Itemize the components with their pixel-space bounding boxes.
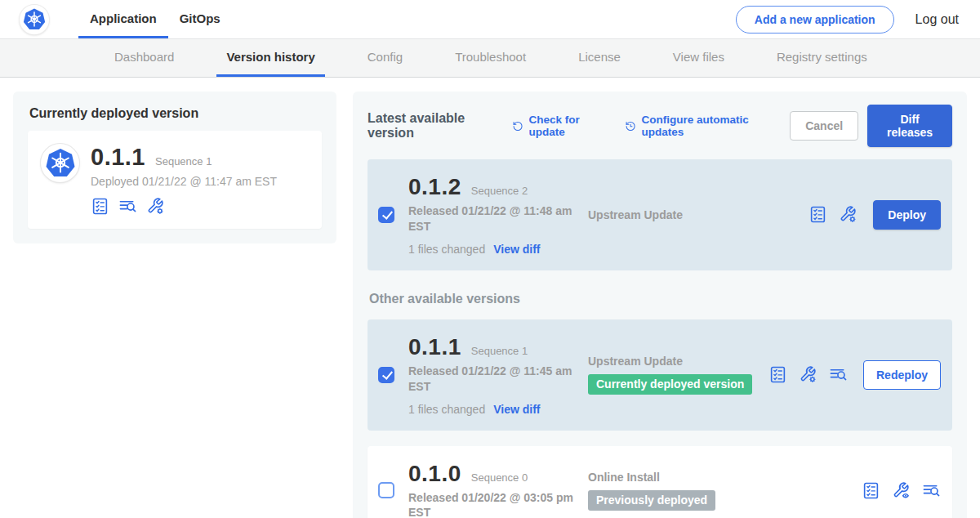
view-config-icon[interactable] xyxy=(892,481,911,500)
app-sub-nav: Dashboard Version history Config Trouble… xyxy=(0,39,980,78)
subnav-dashboard[interactable]: Dashboard xyxy=(105,39,184,77)
edit-config-icon[interactable] xyxy=(799,365,817,384)
deployed-timestamp: Deployed 01/21/22 @ 11:47 am EST xyxy=(91,175,277,188)
files-changed-label: 1 files changed xyxy=(408,403,485,416)
app-icon-circle xyxy=(41,144,79,182)
source-label: Upstream Update xyxy=(588,355,768,368)
subnav-registry-settings[interactable]: Registry settings xyxy=(767,39,877,77)
files-changed-label: 1 files changed xyxy=(408,243,485,256)
released-timestamp: Released 01/21/22 @ 11:48 am EST xyxy=(408,203,578,234)
version-main: 0.1.1 Sequence 1 Released 01/21/22 @ 11:… xyxy=(408,334,588,416)
currently-deployed-card: Currently deployed version 0.1.1 Sequenc… xyxy=(13,92,336,243)
tab-application[interactable]: Application xyxy=(78,0,168,38)
view-files-icon[interactable] xyxy=(922,481,941,500)
scheduled-update-icon xyxy=(625,119,636,133)
view-files-icon[interactable] xyxy=(829,365,848,384)
version-actions: Redeploy xyxy=(768,360,941,390)
latest-version-header: Latest available version Check for updat… xyxy=(368,105,952,147)
version-sequence: Sequence 0 xyxy=(471,471,528,484)
view-diff-link[interactable]: View diff xyxy=(493,243,540,256)
kubernetes-icon xyxy=(22,7,47,32)
source-label: Online Install xyxy=(588,471,862,484)
topnav-spacer xyxy=(232,0,736,38)
preflight-checks-icon[interactable] xyxy=(808,205,827,224)
preflight-checks-icon[interactable] xyxy=(862,481,880,500)
version-number: 0.1.2 xyxy=(408,174,461,200)
version-number: 0.1.1 xyxy=(408,334,461,360)
version-checkbox[interactable] xyxy=(378,482,394,498)
check-for-update-link[interactable]: Check for update xyxy=(512,114,604,138)
version-actions xyxy=(862,481,941,500)
subnav-config[interactable]: Config xyxy=(358,39,412,77)
version-checkbox[interactable] xyxy=(378,207,394,223)
version-row-0-1-2: 0.1.2 Sequence 2 Released 01/21/22 @ 11:… xyxy=(368,159,952,270)
currently-deployed-title: Currently deployed version xyxy=(29,106,322,121)
view-files-icon[interactable] xyxy=(118,197,137,216)
version-actions: Deploy xyxy=(808,200,941,230)
version-source: Upstream Update xyxy=(588,208,808,221)
version-number: 0.1.0 xyxy=(408,461,461,487)
diff-releases-button[interactable]: Diff releases xyxy=(867,105,952,147)
add-application-button[interactable]: Add a new application xyxy=(736,6,894,33)
subnav-license[interactable]: License xyxy=(568,39,630,77)
version-main: 0.1.2 Sequence 2 Released 01/21/22 @ 11:… xyxy=(408,174,588,256)
deployed-version-card: 0.1.1 Sequence 1 Deployed 01/21/22 @ 11:… xyxy=(28,131,322,229)
deployed-version-info: 0.1.1 Sequence 1 Deployed 01/21/22 @ 11:… xyxy=(91,142,277,216)
currently-deployed-badge: Currently deployed version xyxy=(588,374,752,395)
other-versions-title: Other available versions xyxy=(369,292,951,306)
deployed-version-number: 0.1.1 xyxy=(91,144,145,171)
tab-gitops[interactable]: GitOps xyxy=(168,0,232,38)
version-row-0-1-1: 0.1.1 Sequence 1 Released 01/21/22 @ 11:… xyxy=(368,319,952,431)
edit-config-icon[interactable] xyxy=(839,205,858,224)
main-content: Currently deployed version 0.1.1 Sequenc… xyxy=(0,78,980,518)
subnav-view-files[interactable]: View files xyxy=(663,39,734,77)
latest-version-title: Latest available version xyxy=(368,111,491,141)
edit-config-icon[interactable] xyxy=(146,197,165,216)
version-checkbox[interactable] xyxy=(378,367,394,383)
check-for-update-label: Check for update xyxy=(529,114,604,138)
version-history-panel: Latest available version Check for updat… xyxy=(353,92,967,518)
redeploy-button[interactable]: Redeploy xyxy=(863,360,941,390)
subnav-troubleshoot[interactable]: Troubleshoot xyxy=(445,39,536,77)
logout-link[interactable]: Log out xyxy=(915,12,959,27)
version-source: Online Install Previously deployed xyxy=(588,471,862,511)
refresh-icon xyxy=(512,119,523,133)
configure-automatic-updates-link[interactable]: Configure automatic updates xyxy=(625,114,768,138)
top-nav: Application GitOps Add a new application… xyxy=(0,0,980,39)
subnav-version-history[interactable]: Version history xyxy=(216,39,324,77)
released-timestamp: Released 01/21/22 @ 11:45 am EST xyxy=(408,364,578,395)
deployed-version-sequence: Sequence 1 xyxy=(155,155,212,167)
previously-deployed-badge: Previously deployed xyxy=(588,490,715,511)
released-timestamp: Released 01/20/22 @ 03:05 pm EST xyxy=(408,490,578,518)
version-sequence: Sequence 2 xyxy=(471,185,528,197)
kubernetes-icon xyxy=(44,147,77,180)
version-source: Upstream Update Currently deployed versi… xyxy=(588,355,768,395)
preflight-checks-icon[interactable] xyxy=(768,365,787,384)
preflight-checks-icon[interactable] xyxy=(91,197,109,216)
cancel-button[interactable]: Cancel xyxy=(790,111,858,141)
version-main: 0.1.0 Sequence 0 Released 01/20/22 @ 03:… xyxy=(408,461,588,518)
version-sequence: Sequence 1 xyxy=(471,345,528,357)
deploy-button[interactable]: Deploy xyxy=(873,200,941,230)
configure-automatic-updates-label: Configure automatic updates xyxy=(641,114,768,138)
source-label: Upstream Update xyxy=(588,208,808,221)
view-diff-link[interactable]: View diff xyxy=(493,403,540,416)
app-logo xyxy=(20,5,49,34)
version-row-0-1-0: 0.1.0 Sequence 0 Released 01/20/22 @ 03:… xyxy=(368,446,952,518)
